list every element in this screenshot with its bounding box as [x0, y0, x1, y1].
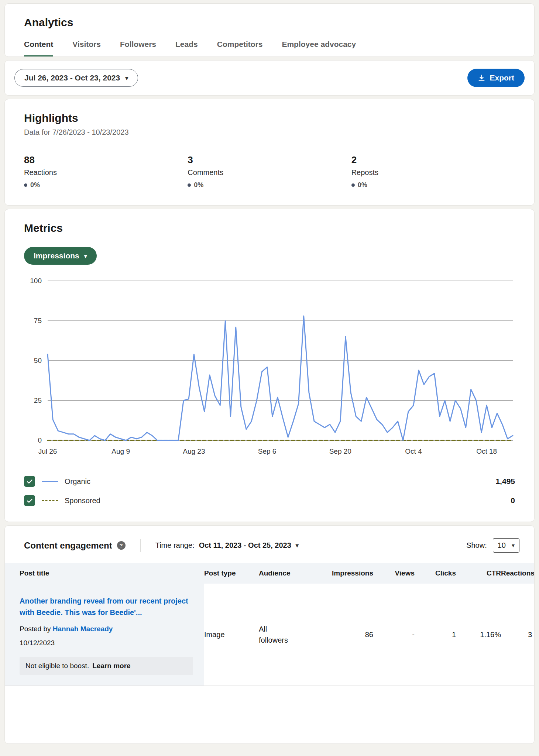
chevron-down-icon: ▾ [296, 542, 299, 549]
time-range-selector[interactable]: Oct 11, 2023 - Oct 25, 2023 ▾ [199, 541, 299, 550]
check-icon [26, 497, 33, 504]
delta-value: 0% [30, 181, 40, 189]
stat-value: 2 [351, 154, 515, 166]
stat-label: Reposts [351, 168, 515, 177]
svg-text:Sep 20: Sep 20 [329, 447, 351, 455]
column-header-views: Views [373, 563, 415, 584]
ctr-cell: 1.16% [456, 584, 501, 685]
tab-content[interactable]: Content [24, 40, 53, 56]
organic-line-swatch [42, 481, 58, 482]
organic-checkbox[interactable] [24, 476, 35, 487]
column-header-clicks: Clicks [415, 563, 456, 584]
chart-legend: Organic 1,495 Sponsored 0 [24, 476, 515, 506]
show-count-value: 10 [498, 541, 506, 550]
clicks-cell: 1 [415, 584, 456, 685]
delta-value: 0% [194, 181, 203, 189]
engagement-header: Content engagement ? Time range: Oct 11,… [5, 537, 534, 563]
metric-selector-dropdown[interactable]: Impressions ▾ [24, 247, 97, 265]
highlights-title: Highlights [24, 112, 515, 124]
engagement-title: Content engagement [24, 540, 112, 551]
check-icon [26, 478, 33, 485]
svg-text:Aug 23: Aug 23 [183, 447, 205, 455]
post-title-cell: Another branding reveal from our recent … [5, 584, 204, 685]
impressions-cell: 86 [311, 584, 373, 685]
chevron-down-icon: ▾ [512, 542, 515, 549]
column-header-ctr: CTR [456, 563, 501, 584]
stat-label: Reactions [24, 168, 188, 177]
delta-value: 0% [358, 181, 367, 189]
divider [140, 539, 141, 552]
table-row: Another branding reveal from our recent … [5, 584, 534, 685]
column-header-reactions: Reactions [501, 563, 534, 584]
svg-text:Sep 6: Sep 6 [258, 447, 277, 455]
stat-comments: 3 Comments 0% [188, 154, 351, 189]
legend-label-organic: Organic [65, 477, 90, 486]
analytics-header-card: Analytics Content Visitors Followers Lea… [5, 4, 534, 56]
highlights-stats: 88 Reactions 0% 3 Comments 0% 2 Reposts [24, 154, 515, 189]
chevron-down-icon: ▾ [125, 75, 128, 82]
svg-text:Oct 18: Oct 18 [476, 447, 497, 455]
impressions-line-chart: 0255075100Jul 26Aug 9Aug 23Sep 6Sep 20Oc… [24, 276, 515, 466]
show-group: Show: 10 ▾ [466, 538, 519, 553]
help-icon[interactable]: ? [117, 541, 126, 550]
export-button[interactable]: Export [467, 69, 525, 87]
tab-competitors[interactable]: Competitors [217, 40, 263, 56]
delta-dot-icon [188, 183, 191, 187]
post-type-cell: Image [204, 584, 259, 685]
column-header-audience: Audience [259, 563, 311, 584]
boost-eligibility-badge: Not eligible to boost. Learn more [20, 657, 193, 675]
stat-label: Comments [188, 168, 351, 177]
stat-reposts: 2 Reposts 0% [351, 154, 515, 189]
export-label: Export [490, 73, 514, 82]
show-count-select[interactable]: 10 ▾ [493, 538, 519, 553]
delta-dot-icon [24, 183, 27, 187]
date-range-label: Jul 26, 2023 - Oct 23, 2023 [24, 73, 120, 82]
post-title-link[interactable]: Another branding reveal from our recent … [20, 595, 193, 618]
sponsored-checkbox[interactable] [24, 495, 35, 506]
reactions-cell: 3 [501, 584, 534, 685]
svg-text:75: 75 [34, 317, 42, 324]
audience-cell: All followers [259, 584, 311, 685]
analytics-tabs: Content Visitors Followers Leads Competi… [24, 40, 515, 56]
tab-visitors[interactable]: Visitors [72, 40, 101, 56]
stat-delta: 0% [24, 181, 188, 189]
stat-value: 88 [24, 154, 188, 166]
metrics-card: Metrics Impressions ▾ 0255075100Jul 26Au… [5, 209, 534, 522]
highlights-subtitle: Data for 7/26/2023 - 10/23/2023 [24, 128, 515, 137]
svg-text:Jul 26: Jul 26 [38, 447, 57, 455]
tab-followers[interactable]: Followers [120, 40, 156, 56]
page-title: Analytics [24, 16, 515, 29]
legend-label-sponsored: Sponsored [65, 496, 100, 505]
svg-text:50: 50 [34, 357, 42, 364]
column-header-post-title: Post title [5, 563, 204, 584]
posted-by-label: Posted by [20, 625, 51, 633]
svg-text:0: 0 [38, 436, 42, 444]
stat-delta: 0% [351, 181, 515, 189]
stat-delta: 0% [188, 181, 351, 189]
time-range-value: Oct 11, 2023 - Oct 25, 2023 [199, 541, 291, 550]
author-link[interactable]: Hannah Macready [53, 625, 113, 633]
date-range-selector[interactable]: Jul 26, 2023 - Oct 23, 2023 ▾ [14, 69, 138, 87]
learn-more-link[interactable]: Learn more [92, 662, 130, 670]
sponsored-total: 0 [511, 496, 515, 505]
show-label: Show: [466, 541, 487, 550]
analytics-page: Analytics Content Visitors Followers Lea… [0, 0, 539, 747]
delta-dot-icon [351, 183, 355, 187]
stat-reactions: 88 Reactions 0% [24, 154, 188, 189]
svg-text:100: 100 [30, 277, 42, 285]
views-cell: - [373, 584, 415, 685]
highlights-card: Highlights Data for 7/26/2023 - 10/23/20… [5, 99, 534, 205]
table-header-row: Post title Post type Audience Impression… [5, 563, 534, 584]
boost-note: Not eligible to boost. [25, 662, 89, 670]
tab-leads[interactable]: Leads [175, 40, 198, 56]
tab-employee-advocacy[interactable]: Employee advocacy [282, 40, 356, 56]
download-icon [478, 74, 485, 82]
svg-text:Aug 9: Aug 9 [111, 447, 130, 455]
posted-by: Posted by Hannah Macready [20, 625, 193, 633]
metric-selector-label: Impressions [34, 251, 79, 260]
post-date: 10/12/2023 [20, 639, 193, 647]
column-header-post-type: Post type [204, 563, 259, 584]
legend-row-sponsored: Sponsored 0 [24, 495, 515, 506]
column-header-impressions: Impressions [311, 563, 373, 584]
legend-row-organic: Organic 1,495 [24, 476, 515, 487]
